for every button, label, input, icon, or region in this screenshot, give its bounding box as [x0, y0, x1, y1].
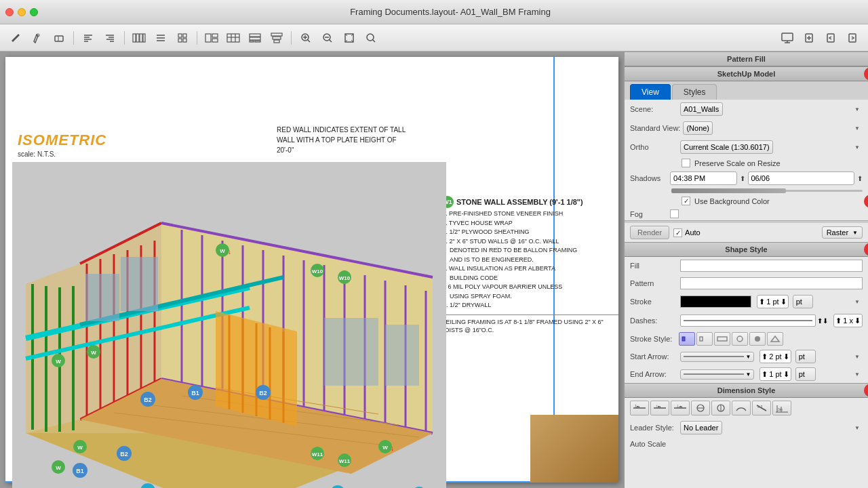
svg-rect-22: [205, 34, 211, 42]
stroke-style-btn-2[interactable]: [696, 332, 713, 346]
svg-rect-147: [682, 337, 685, 341]
toolbar: [0, 24, 868, 52]
raster-select[interactable]: Raster ▼: [822, 226, 863, 239]
view-tab[interactable]: View: [630, 84, 671, 100]
pen-tool[interactable]: [27, 28, 47, 47]
svg-rect-107: [324, 318, 378, 386]
monitor-tool[interactable]: [777, 28, 797, 47]
current-scale-select[interactable]: Current Scale (1:30.6017): [680, 140, 773, 154]
stroke-style-btn-3[interactable]: [714, 332, 730, 346]
align-right-tool[interactable]: [100, 28, 120, 47]
rows-tool[interactable]: [151, 28, 171, 47]
canvas-area[interactable]: ISOMETRIC scale: N.T.S. RED WALL INDICAT…: [0, 52, 624, 488]
svg-rect-106: [121, 257, 158, 311]
view-styles-tabs: View Styles: [625, 81, 868, 100]
stack-tool[interactable]: [267, 28, 287, 47]
zoom-out-tool[interactable]: [317, 28, 338, 47]
svg-line-49: [373, 39, 376, 42]
sketchup-model-header: SketchUp Model 1: [625, 66, 868, 81]
fill-swatch[interactable]: [680, 260, 863, 272]
close-button[interactable]: [5, 8, 14, 16]
fog-row: Fog: [625, 207, 868, 220]
minimize-button[interactable]: [18, 8, 26, 16]
pattern-swatch[interactable]: [680, 277, 863, 289]
annotation-red-wall: RED WALL INDICATES EXTENT OF TALL WALL W…: [277, 125, 412, 155]
use-bg-color-label: Use Background Color: [694, 197, 770, 205]
dim-icon-8[interactable]: 3m: [772, 401, 791, 415]
layers-tool[interactable]: [245, 28, 265, 47]
svg-text:↕₃₁: ↕₃₁: [656, 404, 661, 408]
scene-select[interactable]: A01_Walls: [680, 102, 723, 116]
stroke-style-row: Stroke Style:: [625, 330, 868, 348]
stroke-unit-select[interactable]: pt: [793, 295, 813, 308]
window-controls[interactable]: [5, 8, 38, 16]
end-arrow-unit[interactable]: pt: [795, 367, 816, 381]
end-arrow-size: 1 pt: [768, 370, 783, 378]
use-bg-color-checkbox[interactable]: [682, 197, 690, 205]
fit-page-tool[interactable]: [339, 28, 359, 47]
dim-icon-6[interactable]: [732, 401, 751, 415]
zoom-in-tool[interactable]: [296, 28, 316, 47]
shadows-date-input[interactable]: [748, 171, 855, 185]
scene-label: Scene:: [630, 105, 677, 113]
stroke-style-btn-4[interactable]: [732, 332, 748, 346]
dimension-style-header: Dimension Style 4: [625, 383, 868, 398]
stroke-style-btn-1[interactable]: [679, 332, 695, 346]
shadows-section: Shadows ⬆ ⬆ Use Background Color 2: [625, 169, 868, 207]
start-arrow-row: Start Arrow: ▼ ⬆ 2 pt ⬇ pt: [625, 348, 868, 365]
stroke-style-btn-6[interactable]: [767, 332, 783, 346]
fog-checkbox[interactable]: [670, 209, 679, 218]
columns-tool[interactable]: [129, 28, 149, 47]
building-3d: W W W W W10 W10 W11 W11 W ↓: [12, 162, 446, 488]
table-tool[interactable]: [223, 28, 243, 47]
standard-view-select[interactable]: (None): [683, 121, 713, 135]
maximize-button[interactable]: [30, 8, 38, 16]
layout-tool[interactable]: [201, 28, 222, 47]
align-left-tool[interactable]: [78, 28, 98, 47]
start-arrow-select[interactable]: ▼: [680, 352, 754, 362]
pencil-tool[interactable]: [5, 28, 26, 47]
svg-text:W10: W10: [312, 268, 323, 274]
svg-text:W11: W11: [339, 458, 351, 464]
svg-rect-148: [700, 337, 703, 341]
dim-icon-3[interactable]: ⊥₃₁: [671, 401, 690, 415]
dimension-icons-row: 1₃₁ ↕₃₁ ⊥₃₁ 3-3 3m: [625, 398, 868, 418]
leader-style-select[interactable]: No Leader: [680, 421, 722, 434]
svg-rect-14: [143, 34, 145, 42]
styles-tab[interactable]: Styles: [672, 84, 717, 100]
add-page-tool[interactable]: [799, 28, 819, 47]
dim-icon-2[interactable]: ↕₃₁: [650, 401, 669, 415]
start-arrow-unit[interactable]: pt: [795, 350, 816, 363]
stroke-swatch[interactable]: [680, 296, 751, 308]
iso-scale: scale: N.T.S.: [18, 150, 106, 158]
preserve-scale-checkbox[interactable]: [682, 159, 690, 167]
dashes-value: 1 x: [842, 317, 854, 325]
svg-rect-11: [133, 34, 136, 42]
eraser-tool[interactable]: [49, 28, 69, 47]
ortho-scale-row: Ortho Current Scale (1:30.6017): [625, 138, 868, 157]
svg-text:B1: B1: [76, 468, 84, 474]
end-arrow-select[interactable]: ▼: [680, 369, 754, 380]
grid-tool[interactable]: [172, 28, 193, 47]
dim-icon-5[interactable]: [711, 401, 730, 415]
dim-icon-7[interactable]: 3-3: [752, 401, 771, 415]
svg-rect-108: [385, 325, 419, 386]
pattern-label: Pattern: [630, 279, 677, 287]
shadows-time-input[interactable]: [670, 171, 737, 185]
svg-text:B1: B1: [191, 390, 199, 396]
svg-text:↓: ↓: [228, 248, 231, 256]
section-indicator-1: 1: [864, 67, 868, 81]
stroke-style-btn-5[interactable]: [749, 332, 766, 346]
svg-text:3-3: 3-3: [757, 405, 762, 409]
auto-checkbox[interactable]: [673, 228, 682, 237]
start-arrow-label: Start Arrow:: [630, 352, 677, 361]
prev-page-tool[interactable]: [821, 28, 841, 47]
next-page-tool[interactable]: [842, 28, 863, 47]
dim-icon-1[interactable]: 1₃₁: [630, 401, 649, 415]
scene-row: Scene: A01_Walls: [625, 100, 868, 119]
svg-rect-12: [136, 34, 139, 42]
render-button[interactable]: Render: [630, 226, 669, 239]
pattern-row: Pattern: [625, 274, 868, 292]
dim-icon-4[interactable]: [691, 401, 710, 415]
search-tool[interactable]: [361, 28, 381, 47]
